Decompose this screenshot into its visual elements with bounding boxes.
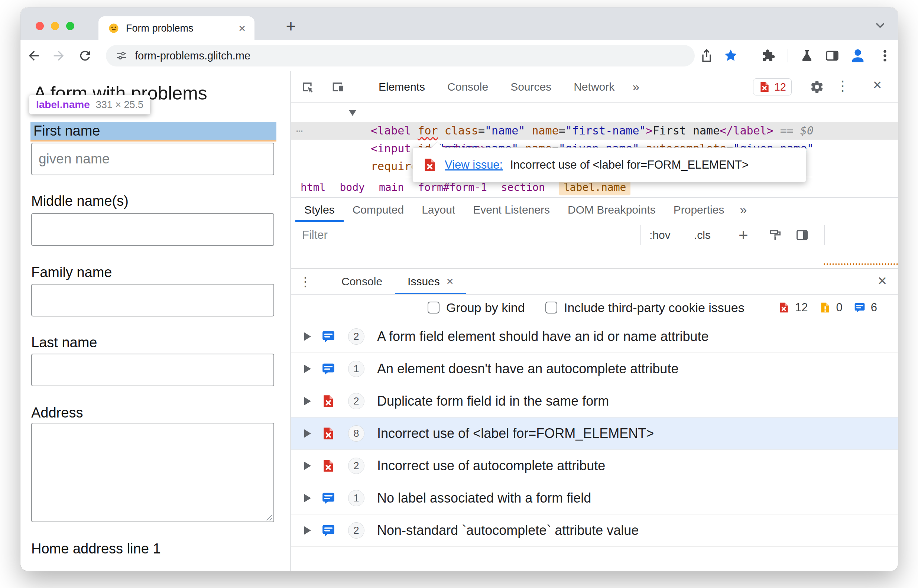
view-issue-link[interactable]: View issue: (445, 158, 503, 171)
issue-row[interactable]: 1 No label associated with a form field (291, 482, 898, 514)
styles-filter-input[interactable] (302, 226, 622, 244)
forward-button[interactable] (51, 48, 66, 63)
breadcrumb-form[interactable]: form#form-1 (418, 181, 486, 194)
issues-list: 2 A form field element should have an id… (291, 321, 898, 571)
last-name-input[interactable] (31, 354, 274, 386)
dock-panel-icon[interactable] (795, 228, 809, 242)
expand-triangle-icon[interactable] (304, 397, 311, 405)
macos-close-button[interactable] (36, 22, 44, 30)
family-name-input[interactable] (31, 284, 274, 317)
issues-tab-close-icon[interactable]: × (446, 275, 454, 288)
new-tab-button[interactable]: + (281, 16, 301, 36)
group-by-kind-option[interactable]: Group by kind (428, 294, 525, 321)
drawer-menu-kebab-icon[interactable]: ⋮ (299, 274, 312, 289)
third-party-checkbox[interactable] (545, 302, 557, 313)
tab-elements[interactable]: Elements (367, 71, 436, 102)
expand-triangle-icon[interactable] (304, 527, 311, 535)
expand-triangle-icon[interactable] (304, 462, 311, 470)
browser-toolbar: form-problems.glitch.me (21, 40, 898, 71)
expand-triangle-icon[interactable] (304, 494, 311, 502)
group-by-kind-checkbox[interactable] (428, 302, 440, 313)
expand-arrow-icon[interactable] (349, 110, 356, 116)
issue-row[interactable]: 2 A form field element should have an id… (291, 321, 898, 353)
toggle-hover-button[interactable]: :hov (650, 222, 671, 248)
issue-row-selected[interactable]: 8 Incorrect use of <label for=FORM_ELEME… (291, 417, 898, 450)
issue-row[interactable]: 1 An element doesn't have an autocomplet… (291, 353, 898, 385)
issue-text: Incorrect use of autocomplete attribute (377, 458, 605, 473)
drawer-tab-issues-label: Issues (407, 275, 440, 288)
issue-text: A form field element should have an id o… (377, 329, 709, 344)
address-textarea[interactable] (31, 423, 274, 522)
issue-text: Incorrect use of <label for=FORM_ELEMENT… (377, 426, 654, 441)
issues-count-badge[interactable]: 12 (753, 78, 792, 95)
paint-roller-icon[interactable] (768, 228, 782, 242)
error-icon (322, 426, 336, 441)
profile-avatar[interactable] (849, 47, 866, 64)
given-name-input[interactable] (31, 143, 274, 175)
more-tabs-icon[interactable]: » (625, 79, 646, 94)
error-icon (759, 81, 771, 93)
tab-computed[interactable]: Computed (344, 198, 413, 222)
dom-selected-row[interactable]: … <label for class="name" name="first-na… (291, 122, 898, 140)
middle-name-input[interactable] (31, 213, 274, 246)
tab-search-chevron-icon[interactable] (873, 18, 887, 33)
dom-row-kebab-icon[interactable]: … (296, 122, 304, 135)
drawer-close-icon[interactable]: × (878, 273, 887, 289)
view-issue-tooltip: View issue: Incorrect use of <label for=… (412, 147, 806, 183)
expand-triangle-icon[interactable] (304, 365, 311, 373)
issue-row[interactable]: 2 Non-standard `autocomplete` attribute … (291, 514, 898, 547)
settings-gear-icon[interactable] (810, 79, 824, 94)
share-button[interactable] (699, 48, 714, 63)
highlight-margin-strip (31, 140, 276, 142)
error-icon (422, 157, 437, 172)
issue-row[interactable]: 2 Incorrect use of autocomplete attribut… (291, 450, 898, 482)
bookmark-star-icon[interactable] (723, 48, 738, 63)
browser-menu-kebab-icon[interactable] (878, 48, 892, 63)
more-sidebar-tabs-icon[interactable]: » (733, 202, 753, 217)
macos-zoom-button[interactable] (66, 22, 74, 30)
address-bar[interactable]: form-problems.glitch.me (106, 45, 695, 66)
toggle-class-button[interactable]: .cls (694, 222, 711, 248)
devtools-menu-kebab-icon[interactable]: ⋮ (836, 79, 850, 93)
tab-layout[interactable]: Layout (413, 198, 464, 222)
url-text[interactable]: form-problems.glitch.me (135, 50, 251, 62)
tab-event-listeners[interactable]: Event Listeners (464, 198, 559, 222)
breadcrumb-html[interactable]: html (301, 181, 325, 194)
inspect-element-icon[interactable] (300, 79, 315, 94)
device-toolbar-icon[interactable] (330, 79, 345, 94)
tab-sources[interactable]: Sources (499, 71, 562, 102)
tab-dom-breakpoints[interactable]: DOM Breakpoints (559, 198, 664, 222)
new-style-rule-button[interactable]: + (739, 222, 748, 248)
inspect-tooltip-dimensions: 331 × 25.5 (96, 99, 144, 111)
warning-count: 0 (836, 301, 843, 314)
site-settings-icon[interactable] (116, 50, 128, 61)
dom-line-section[interactable]: <section> (360, 104, 487, 122)
breadcrumb-main[interactable]: main (379, 181, 404, 194)
devtools-close-icon[interactable]: × (873, 77, 882, 92)
expand-triangle-icon[interactable] (304, 430, 311, 438)
breadcrumb-body[interactable]: body (339, 181, 364, 194)
back-button[interactable] (26, 48, 41, 63)
issue-row[interactable]: 2 Duplicate form field id in the same fo… (291, 385, 898, 417)
extensions-icon[interactable] (761, 48, 776, 63)
side-panel-icon[interactable] (825, 48, 840, 63)
message-icon (322, 330, 336, 344)
tab-properties[interactable]: Properties (664, 198, 733, 222)
browser-tab[interactable]: Form problems × (99, 16, 254, 40)
drawer-tab-issues[interactable]: Issues × (395, 268, 466, 294)
breadcrumb-section[interactable]: section (501, 181, 545, 194)
expand-triangle-icon[interactable] (304, 333, 311, 341)
window-content: A form with problems label.name 331 × 25… (21, 71, 898, 571)
tab-close-icon[interactable]: × (239, 22, 246, 34)
macos-minimize-button[interactable] (51, 22, 59, 30)
drawer-tab-console[interactable]: Console (329, 268, 395, 294)
beaker-icon[interactable] (800, 48, 815, 63)
tab-styles[interactable]: Styles (295, 198, 344, 222)
devtools-panel: Elements Console Sources Network » 12 ⋮ … (291, 71, 898, 571)
third-party-option[interactable]: Include third-party cookie issues (545, 294, 745, 321)
reload-button[interactable] (78, 48, 92, 63)
tab-network[interactable]: Network (562, 71, 625, 102)
resize-grip-icon[interactable] (264, 512, 272, 520)
tab-console[interactable]: Console (436, 71, 499, 102)
issue-count-badge: 2 (348, 522, 364, 539)
